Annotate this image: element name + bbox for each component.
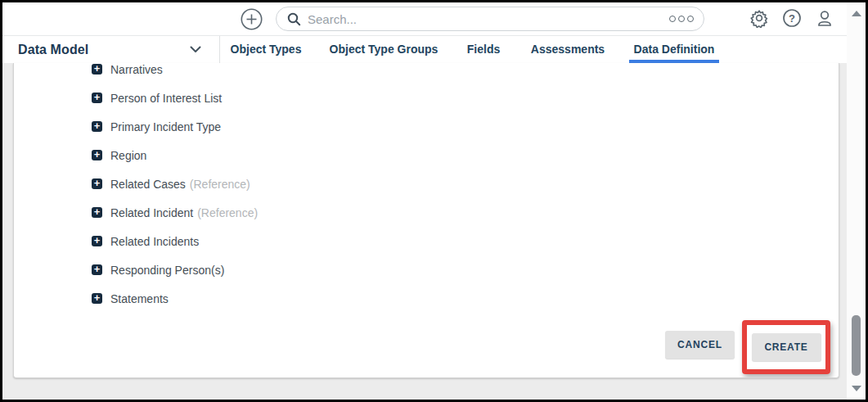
top-bar: ? (2, 2, 866, 36)
scroll-down-icon[interactable] (852, 386, 861, 391)
top-bar-actions: ? (749, 8, 834, 28)
list-item: + Responding Person(s) (14, 255, 839, 284)
expand-plus-icon[interactable]: + (92, 236, 102, 246)
search-bar[interactable] (276, 7, 704, 31)
svg-text:?: ? (789, 12, 795, 25)
list-item: + Primary Incident Type (14, 112, 839, 141)
chevron-down-icon (190, 46, 201, 53)
list-item: + Related Incidents (14, 227, 839, 255)
expand-plus-icon[interactable]: + (92, 178, 102, 189)
screen: ? Data Model Object Types Object (2, 2, 866, 400)
content-area: + Narratives + Person of Interest List +… (2, 63, 866, 400)
cancel-button[interactable]: CANCEL (665, 331, 735, 359)
expand-plus-icon[interactable]: + (92, 64, 102, 75)
tab-assessments[interactable]: Assessments (531, 36, 605, 63)
list-item: + Person of Interest List (14, 84, 839, 112)
list-item: + Narratives (14, 63, 839, 84)
list-item: + Related Cases (Reference) (14, 169, 839, 198)
dropdown-label: Data Model (18, 43, 88, 57)
settings-gear-icon[interactable] (749, 8, 769, 28)
list-item: + Related Incident (Reference) (14, 198, 839, 227)
app-window: ? Data Model Object Types Object (0, 0, 868, 402)
expand-plus-icon[interactable]: + (92, 93, 102, 103)
nav-divider (219, 36, 220, 63)
data-model-dropdown[interactable]: Data Model (18, 36, 213, 63)
vertical-scrollbar[interactable] (847, 2, 866, 400)
list-item: + Statements (14, 284, 839, 313)
create-button[interactable]: CREATE (752, 333, 821, 361)
tab-object-type-groups[interactable]: Object Type Groups (330, 36, 438, 63)
expand-plus-icon[interactable]: + (92, 207, 102, 218)
data-definition-panel: + Narratives + Person of Interest List +… (13, 63, 839, 378)
expand-plus-icon[interactable]: + (92, 264, 102, 275)
add-icon[interactable] (241, 8, 263, 30)
search-input[interactable] (308, 12, 669, 26)
scrollbar-thumb[interactable] (852, 315, 861, 376)
nav-bar: Data Model Object Types Object Type Grou… (2, 36, 866, 63)
help-icon[interactable]: ? (782, 8, 802, 28)
tab-object-types[interactable]: Object Types (231, 36, 302, 63)
tab-fields[interactable]: Fields (467, 36, 500, 63)
object-type-list: + Narratives + Person of Interest List +… (14, 63, 839, 313)
annotation-highlight-box: CREATE (742, 320, 830, 374)
expand-plus-icon[interactable]: + (92, 150, 102, 160)
expand-plus-icon[interactable]: + (92, 121, 102, 132)
list-item: + Region (14, 141, 839, 169)
search-icon (287, 12, 301, 26)
more-options-icon[interactable] (669, 16, 694, 22)
expand-plus-icon[interactable]: + (92, 293, 102, 304)
profile-icon[interactable] (815, 8, 834, 28)
scroll-up-icon[interactable] (852, 11, 861, 16)
